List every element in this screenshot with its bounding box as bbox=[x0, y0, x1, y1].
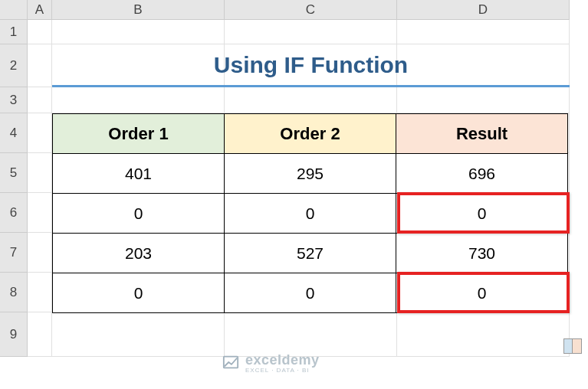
column-headers: A B C D bbox=[0, 0, 588, 20]
cell-order1[interactable]: 0 bbox=[53, 194, 225, 234]
row-header-4[interactable]: 4 bbox=[0, 113, 28, 153]
watermark-name: exceldemy bbox=[245, 352, 320, 368]
cell-order2[interactable]: 0 bbox=[225, 194, 396, 234]
page-title: Using IF Function bbox=[52, 44, 570, 87]
cell-order2[interactable]: 295 bbox=[225, 154, 396, 194]
cell-order2[interactable]: 527 bbox=[225, 234, 396, 273]
watermark-tag: EXCEL · DATA · BI bbox=[245, 367, 320, 374]
col-header-C[interactable]: C bbox=[225, 0, 397, 20]
watermark: exceldemy EXCEL · DATA · BI bbox=[222, 352, 320, 374]
cell-D1[interactable] bbox=[397, 20, 570, 44]
col-header-D[interactable]: D bbox=[397, 0, 570, 20]
cell-D9[interactable] bbox=[397, 312, 570, 357]
cell-A2[interactable] bbox=[28, 44, 52, 87]
cell-order2[interactable]: 0 bbox=[225, 273, 396, 313]
cell-B9[interactable] bbox=[52, 312, 225, 357]
table-row: 0 0 0 bbox=[53, 273, 568, 313]
table-row: 203 527 730 bbox=[53, 234, 568, 273]
cell-order1[interactable]: 203 bbox=[53, 234, 225, 273]
spreadsheet-grid: A B C D 1 2 3 4 5 6 7 8 9 Using IF Funct… bbox=[0, 0, 588, 389]
cell-C3[interactable] bbox=[225, 87, 397, 113]
logo-icon bbox=[222, 354, 239, 373]
cell-D3[interactable] bbox=[397, 87, 570, 113]
cell-A9[interactable] bbox=[28, 312, 52, 357]
row-header-8[interactable]: 8 bbox=[0, 273, 28, 312]
cell-order1[interactable]: 401 bbox=[53, 154, 225, 194]
row-header-5[interactable]: 5 bbox=[0, 153, 28, 193]
cell-order1[interactable]: 0 bbox=[53, 273, 225, 313]
cell-A4[interactable] bbox=[28, 113, 52, 153]
cell-C1[interactable] bbox=[225, 20, 397, 44]
col-header-A[interactable]: A bbox=[28, 0, 52, 20]
table-header-row: Order 1 Order 2 Result bbox=[53, 114, 568, 154]
row-header-3[interactable]: 3 bbox=[0, 87, 28, 113]
row-header-2[interactable]: 2 bbox=[0, 44, 28, 87]
cell-A3[interactable] bbox=[28, 87, 52, 113]
row-header-7[interactable]: 7 bbox=[0, 233, 28, 273]
row-header-6[interactable]: 6 bbox=[0, 193, 28, 233]
cell-A1[interactable] bbox=[28, 20, 52, 44]
col-header-B[interactable]: B bbox=[52, 0, 225, 20]
cell-A5[interactable] bbox=[28, 153, 52, 193]
cell-C9[interactable] bbox=[225, 312, 397, 357]
cell-A8[interactable] bbox=[28, 273, 52, 312]
cell-result[interactable]: 0 bbox=[396, 273, 568, 313]
header-order1[interactable]: Order 1 bbox=[53, 114, 225, 154]
cell-result[interactable]: 696 bbox=[396, 154, 568, 194]
cell-B1[interactable] bbox=[52, 20, 225, 44]
header-result[interactable]: Result bbox=[396, 114, 568, 154]
paste-options-icon[interactable] bbox=[563, 338, 582, 354]
watermark-text: exceldemy EXCEL · DATA · BI bbox=[245, 352, 320, 374]
svg-rect-0 bbox=[224, 356, 238, 368]
cell-result[interactable]: 0 bbox=[396, 194, 568, 234]
table-row: 0 0 0 bbox=[53, 194, 568, 234]
row-header-1[interactable]: 1 bbox=[0, 20, 28, 44]
select-all-corner[interactable] bbox=[0, 0, 28, 20]
data-table: Order 1 Order 2 Result 401 295 696 0 0 0… bbox=[52, 113, 568, 313]
cell-result[interactable]: 730 bbox=[396, 234, 568, 273]
cell-B3[interactable] bbox=[52, 87, 225, 113]
cell-A7[interactable] bbox=[28, 233, 52, 273]
cell-A6[interactable] bbox=[28, 193, 52, 233]
row-header-9[interactable]: 9 bbox=[0, 312, 28, 357]
table-row: 401 295 696 bbox=[53, 154, 568, 194]
header-order2[interactable]: Order 2 bbox=[225, 114, 396, 154]
